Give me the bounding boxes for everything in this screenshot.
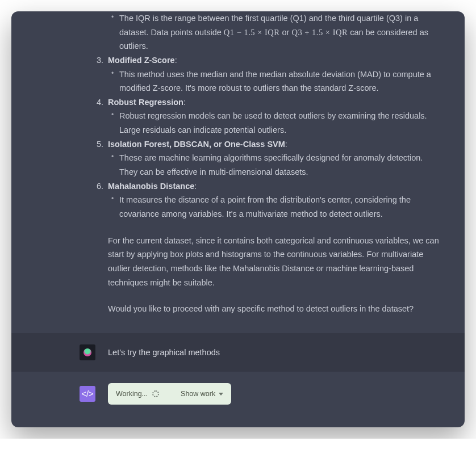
list-item: 5. Isolation Forest, DBSCAN, or One-Clas… xyxy=(108,137,442,179)
working-status: Working... xyxy=(116,390,159,398)
list-number: 5. xyxy=(97,137,103,152)
method-desc: Robust regression models can be used to … xyxy=(119,109,442,137)
assistant-question: Would you like to proceed with any speci… xyxy=(108,302,442,316)
list-item: 4. Robust Regression: Robust regression … xyxy=(108,95,442,137)
working-label: Working... xyxy=(116,390,148,398)
method-desc: This method uses the median and the medi… xyxy=(119,68,442,95)
assistant-message: The IQR is the range between the first q… xyxy=(11,11,465,333)
method-title: Mahalanobis Distance xyxy=(108,182,194,191)
method-title: Robust Regression xyxy=(108,98,183,107)
list-item: The IQR is the range between the first q… xyxy=(119,11,442,53)
methods-list: 3. Modified Z-Score: This method uses th… xyxy=(108,53,442,221)
list-number: 6. xyxy=(97,179,103,194)
iqr-formula-2: Q3 + 1.5 × IQR xyxy=(291,28,348,37)
list-item: 3. Modified Z-Score: This method uses th… xyxy=(108,53,442,95)
list-number: 3. xyxy=(97,53,103,68)
iqr-or: or xyxy=(279,28,291,37)
code-glyph: </> xyxy=(81,389,94,398)
working-pill: Working... Show work xyxy=(108,383,231,405)
spinner-icon xyxy=(152,390,159,397)
user-message-row: Let's try the graphical methods xyxy=(11,333,465,372)
assistant-paragraph: For the current dataset, since it contai… xyxy=(108,234,442,290)
iqr-formula-1: Q1 − 1.5 × IQR xyxy=(224,28,280,37)
list-number: 4. xyxy=(97,95,103,110)
show-work-label: Show work xyxy=(181,390,215,398)
avatar-graphic xyxy=(83,348,91,356)
user-avatar xyxy=(80,344,95,360)
list-item: 6. Mahalanobis Distance: It measures the… xyxy=(108,179,442,221)
chevron-down-icon xyxy=(219,393,223,396)
user-message-text: Let's try the graphical methods xyxy=(108,348,220,357)
assistant-working-row: </> Working... Show work xyxy=(11,372,465,427)
show-work-button[interactable]: Show work xyxy=(181,390,223,398)
method-title: Isolation Forest, DBSCAN, or One-Class S… xyxy=(108,140,285,149)
chat-window: The IQR is the range between the first q… xyxy=(11,11,465,427)
method-desc: It measures the distance of a point from… xyxy=(119,193,442,221)
method-title: Modified Z-Score xyxy=(108,56,175,65)
code-icon: </> xyxy=(80,386,95,402)
method-desc: These are machine learning algorithms sp… xyxy=(119,151,442,179)
